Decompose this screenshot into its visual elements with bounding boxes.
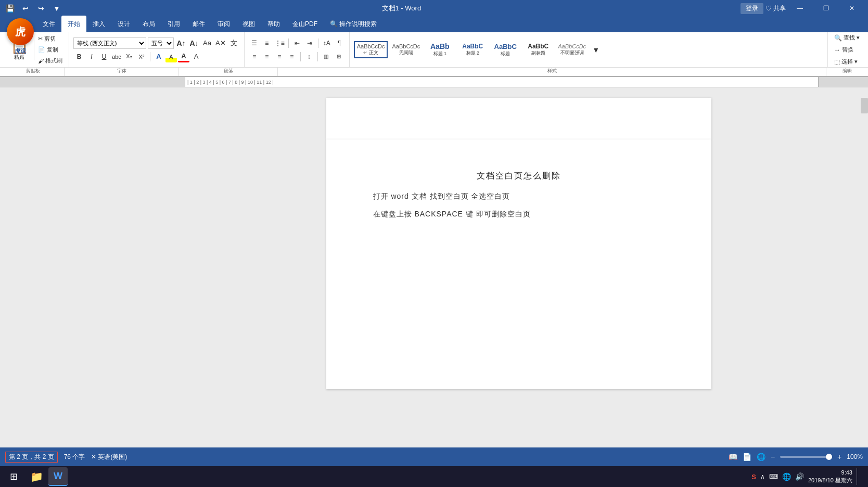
tab-file[interactable]: 文件 <box>36 16 61 32</box>
undo-icon[interactable]: ↩ <box>20 3 31 14</box>
format-painter-button[interactable]: 🖌 格式刷 <box>36 56 65 66</box>
tab-jinshan[interactable]: 金山PDF <box>286 16 324 32</box>
show-desktop-button[interactable] <box>857 468 862 485</box>
editing-group: 🔍 查找 ▾ ↔ 替换 ⬚ 选择 ▾ <box>828 32 866 67</box>
decrease-indent-button[interactable]: ⇤ <box>291 37 303 49</box>
restore-button[interactable]: ❐ <box>814 0 838 17</box>
shading-button[interactable]: ▥ <box>321 51 332 62</box>
font-size-select[interactable]: 五号 <box>148 37 174 49</box>
zoom-plus-button[interactable]: + <box>837 453 841 461</box>
tab-help[interactable]: 帮助 <box>261 16 286 32</box>
tab-references[interactable]: 引用 <box>161 16 186 32</box>
text-effect-button[interactable]: A <box>153 51 164 62</box>
underline-button[interactable]: U <box>98 51 110 62</box>
clear-format-button[interactable]: A✕ <box>214 37 227 49</box>
date-label: 2019/8/10 星期六 <box>808 477 852 484</box>
view-read-icon[interactable]: 📖 <box>729 453 737 461</box>
sep <box>150 52 150 61</box>
select-button[interactable]: ⬚ 选择 ▾ <box>832 57 862 67</box>
tab-home[interactable]: 开始 <box>61 16 86 32</box>
redo-icon[interactable]: ↪ <box>35 3 47 14</box>
tab-layout[interactable]: 布局 <box>136 16 161 32</box>
style-subtle[interactable]: AaBbCcDc 不明显强调 <box>555 42 589 58</box>
style-h2[interactable]: AaBbC 标题 2 <box>457 41 488 58</box>
cut-button[interactable]: ✂ 剪切 <box>36 34 65 44</box>
bullets-button[interactable]: ☰ <box>249 37 260 49</box>
time-label: 9:43 <box>808 469 852 477</box>
font-shrink-button[interactable]: A↓ <box>188 37 200 49</box>
doc-page[interactable] <box>326 98 711 139</box>
save-icon[interactable]: 💾 <box>4 3 16 14</box>
increase-indent-button[interactable]: ⇥ <box>304 37 315 49</box>
highlight-button[interactable]: A <box>165 51 177 62</box>
group-labels: 剪贴板 字体 段落 样式 编辑 <box>0 68 868 77</box>
font-name-select[interactable]: 等线 (西文正文) <box>73 37 146 49</box>
taskbar-item-explorer[interactable]: 📁 <box>26 467 47 486</box>
copy-button[interactable]: 📄 复制 <box>36 45 65 55</box>
align-right-button[interactable]: ≡ <box>274 51 285 62</box>
scrollbar-thumb[interactable] <box>861 98 868 113</box>
font-color-button[interactable]: A <box>178 51 189 62</box>
search-icon: 🔍 <box>330 20 338 28</box>
taskbar-right: S ∧ ⌨ 🌐 🔊 9:43 2019/8/10 星期六 <box>751 468 866 485</box>
document-area[interactable]: 文档空白页怎么删除 打开 word 文档 找到空白页 全选空白页 在键盘上按 B… <box>177 87 860 447</box>
tab-design[interactable]: 设计 <box>111 16 136 32</box>
left-margin <box>0 87 177 447</box>
show-marks-button[interactable]: ¶ <box>334 37 345 49</box>
tab-search[interactable]: 🔍 操作说明搜索 <box>324 16 383 32</box>
sort-button[interactable]: ↕A <box>321 37 333 49</box>
share-button[interactable]: ♡ 共享 <box>765 4 786 13</box>
logo-label: 虎观 <box>15 47 26 55</box>
styles-expand-button[interactable]: ▼ <box>590 44 602 56</box>
borders-button[interactable]: ⊞ <box>333 51 344 62</box>
change-case-button[interactable]: Aa <box>201 37 213 49</box>
show-hidden-button[interactable]: ∧ <box>760 473 765 480</box>
multilevel-button[interactable]: ⋮≡ <box>274 37 286 49</box>
subscript-button[interactable]: X₂ <box>123 51 135 62</box>
word-icon: W <box>54 471 62 482</box>
line-spacing-button[interactable]: ↕ <box>303 51 315 62</box>
phonetic-button[interactable]: 文 <box>228 37 240 49</box>
login-button[interactable]: 登录 <box>741 3 763 14</box>
clipboard-label: 剪贴板 <box>2 68 65 76</box>
find-button[interactable]: 🔍 查找 ▾ <box>832 33 862 43</box>
more-icon[interactable]: ▼ <box>51 3 62 14</box>
style-nospace[interactable]: AaBbCcDc 无间隔 <box>389 42 423 58</box>
style-normal[interactable]: AaBbCcDc ↵ 正文 <box>354 41 388 58</box>
align-center-button[interactable]: ≡ <box>261 51 273 62</box>
view-web-icon[interactable]: 🌐 <box>757 453 765 461</box>
start-button[interactable]: ⊞ <box>2 467 25 486</box>
window-title: 文档1 - Word <box>62 4 741 13</box>
numbering-button[interactable]: ≡ <box>261 37 273 49</box>
tab-mailings[interactable]: 邮件 <box>186 16 211 32</box>
titlebar: 💾 ↩ ↪ ▼ 文档1 - Word 登录 ♡ 共享 — ❐ ✕ <box>0 0 868 17</box>
style-h1[interactable]: AaBb 标题 1 <box>424 41 455 59</box>
sep <box>317 52 318 61</box>
font-grow-button[interactable]: A↑ <box>175 37 187 49</box>
network-icon: 🌐 <box>782 472 791 481</box>
char-shading-button[interactable]: A <box>190 51 202 62</box>
strikethrough-button[interactable]: abc <box>111 51 122 62</box>
right-margin <box>860 87 868 447</box>
zoom-level: 100% <box>847 453 863 460</box>
select-icon: ⬚ <box>834 58 840 66</box>
italic-button[interactable]: I <box>86 51 97 62</box>
style-subtitle[interactable]: AaBbC 副标题 <box>522 41 554 58</box>
close-button[interactable]: ✕ <box>840 0 864 17</box>
doc-page-2[interactable]: 文档空白页怎么删除 打开 word 文档 找到空白页 全选空白页 在键盘上按 B… <box>326 139 711 389</box>
find-label: 查找 <box>844 34 855 42</box>
align-left-button[interactable]: ≡ <box>249 51 260 62</box>
taskbar-item-word[interactable]: W <box>48 467 68 486</box>
tab-view[interactable]: 视图 <box>236 16 261 32</box>
tab-insert[interactable]: 插入 <box>86 16 111 32</box>
zoom-minus-button[interactable]: − <box>771 453 775 461</box>
replace-button[interactable]: ↔ 替换 <box>832 45 862 55</box>
minimize-button[interactable]: — <box>788 0 812 17</box>
zoom-slider[interactable] <box>780 456 832 458</box>
view-page-icon[interactable]: 📄 <box>743 453 751 461</box>
bold-button[interactable]: B <box>73 51 85 62</box>
tab-review[interactable]: 审阅 <box>211 16 236 32</box>
style-title[interactable]: AaBbC 标题 <box>490 41 521 59</box>
justify-button[interactable]: ≡ <box>286 51 298 62</box>
superscript-button[interactable]: X² <box>136 51 147 62</box>
